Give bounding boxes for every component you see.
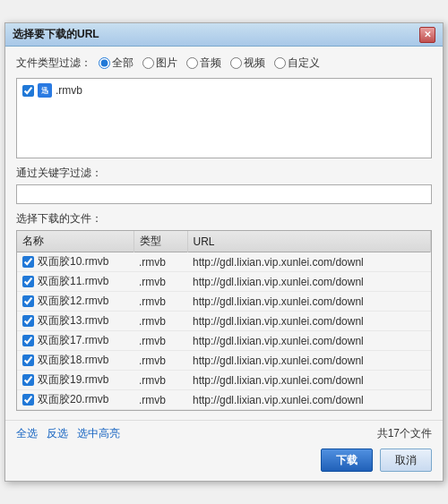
radio-group: 全部 图片 音频 视频 自定义 <box>99 56 320 71</box>
radio-custom-input[interactable] <box>274 57 286 69</box>
filter-label: 文件类型过滤： <box>16 56 91 71</box>
cell-type: .rmvb <box>134 292 187 312</box>
col-type: 类型 <box>134 231 187 252</box>
col-url: URL <box>187 231 431 252</box>
table-row: 双面胶17.rmvb.rmvbhttp://gdl.lixian.vip.xun… <box>17 331 431 351</box>
bottom-links: 全选 反选 选中高亮 <box>16 426 120 441</box>
radio-image-label: 图片 <box>156 56 177 71</box>
files-section: 选择下载的文件： 名称 类型 URL 双面胶10.rmvb.rmvbhttp:/… <box>16 211 432 411</box>
title-bar: 选择要下载的URL ✕ <box>5 23 443 47</box>
close-button[interactable]: ✕ <box>419 27 435 43</box>
row-checkbox[interactable] <box>22 276 34 287</box>
invert-link[interactable]: 反选 <box>47 426 68 441</box>
row-name: 双面胶10.rmvb <box>38 254 108 269</box>
row-checkbox[interactable] <box>22 295 34 307</box>
col-name: 名称 <box>17 231 134 252</box>
radio-video-label: 视频 <box>244 56 265 71</box>
radio-image-input[interactable] <box>142 57 154 69</box>
table-row: 双面胶10.rmvb.rmvbhttp://gdl.lixian.vip.xun… <box>17 252 431 272</box>
cell-type: .rmvb <box>134 331 187 351</box>
row-checkbox[interactable] <box>22 256 34 268</box>
table-row: 双面胶18.rmvb.rmvbhttp://gdl.lixian.vip.xun… <box>17 351 431 371</box>
cell-type: .rmvb <box>134 390 187 410</box>
url-item-checkbox[interactable] <box>22 85 34 97</box>
row-checkbox[interactable] <box>22 394 34 406</box>
radio-video[interactable]: 视频 <box>230 56 265 71</box>
cell-name: 双面胶11.rmvb <box>17 272 134 292</box>
radio-all-label: 全部 <box>112 56 134 71</box>
table-row: 双面胶11.rmvb.rmvbhttp://gdl.lixian.vip.xun… <box>17 272 431 292</box>
cell-name: 双面胶12.rmvb <box>17 292 134 312</box>
radio-custom[interactable]: 自定义 <box>274 56 320 71</box>
row-name: 双面胶11.rmvb <box>38 274 108 289</box>
cell-url: http://gdl.lixian.vip.xunlei.com/downl <box>187 272 431 292</box>
cell-name: 双面胶17.rmvb <box>17 331 134 351</box>
cancel-button[interactable]: 取消 <box>380 448 432 472</box>
row-checkbox[interactable] <box>22 315 34 327</box>
row-name: 双面胶17.rmvb <box>38 333 108 348</box>
radio-image[interactable]: 图片 <box>142 56 177 71</box>
dialog: 选择要下载的URL ✕ 文件类型过滤： 全部 图片 音频 <box>4 22 444 482</box>
cell-url: http://gdl.lixian.vip.xunlei.com/downl <box>187 331 431 351</box>
download-button[interactable]: 下载 <box>321 448 373 472</box>
cell-type: .rmvb <box>134 351 187 371</box>
cell-name: 双面胶20.rmvb <box>17 390 134 410</box>
url-item-icon: 迅 <box>38 83 52 98</box>
row-name: 双面胶12.rmvb <box>38 294 108 309</box>
files-section-label: 选择下载的文件： <box>16 211 432 226</box>
cell-type: .rmvb <box>134 312 187 331</box>
row-name: 双面胶13.rmvb <box>38 313 108 329</box>
files-table: 名称 类型 URL 双面胶10.rmvb.rmvbhttp://gdl.lixi… <box>17 231 431 410</box>
row-checkbox[interactable] <box>22 355 34 366</box>
bottom-row: 全选 反选 选中高亮 共17个文件 <box>5 420 443 445</box>
row-checkbox[interactable] <box>22 374 34 386</box>
files-table-scroll: 名称 类型 URL 双面胶10.rmvb.rmvbhttp://gdl.lixi… <box>16 230 432 411</box>
cell-url: http://gdl.lixian.vip.xunlei.com/downl <box>187 312 431 331</box>
highlight-link[interactable]: 选中高亮 <box>77 426 120 441</box>
url-item-text: .rmvb <box>56 84 82 97</box>
file-count: 共17个文件 <box>377 426 432 441</box>
cell-url: http://gdl.lixian.vip.xunlei.com/downl <box>187 351 431 371</box>
row-name: 双面胶18.rmvb <box>38 353 108 368</box>
cell-type: .rmvb <box>134 252 187 272</box>
dialog-content: 文件类型过滤： 全部 图片 音频 视频 <box>5 47 443 420</box>
cell-type: .rmvb <box>134 272 187 292</box>
radio-all[interactable]: 全部 <box>99 56 134 71</box>
keyword-input[interactable] <box>16 184 432 204</box>
radio-audio[interactable]: 音频 <box>186 56 221 71</box>
radio-audio-label: 音频 <box>200 56 221 71</box>
table-row: 双面胶12.rmvb.rmvbhttp://gdl.lixian.vip.xun… <box>17 292 431 312</box>
radio-custom-label: 自定义 <box>288 56 320 71</box>
table-row: 双面胶19.rmvb.rmvbhttp://gdl.lixian.vip.xun… <box>17 371 431 390</box>
cell-url: http://gdl.lixian.vip.xunlei.com/downl <box>187 292 431 312</box>
table-header-row: 名称 类型 URL <box>17 231 431 252</box>
url-list-item: 迅 .rmvb <box>21 82 427 98</box>
radio-audio-input[interactable] <box>186 57 198 69</box>
cell-url: http://gdl.lixian.vip.xunlei.com/downl <box>187 390 431 410</box>
row-checkbox[interactable] <box>22 335 34 346</box>
cell-type: .rmvb <box>134 371 187 390</box>
keyword-label: 通过关键字过滤： <box>16 166 432 181</box>
table-row: 双面胶20.rmvb.rmvbhttp://gdl.lixian.vip.xun… <box>17 390 431 410</box>
radio-video-input[interactable] <box>230 57 242 69</box>
action-row: 下载 取消 <box>5 445 443 481</box>
row-name: 双面胶20.rmvb <box>38 392 108 407</box>
cell-name: 双面胶13.rmvb <box>17 312 134 331</box>
radio-all-input[interactable] <box>99 57 110 69</box>
filter-row: 文件类型过滤： 全部 图片 音频 视频 <box>16 56 432 71</box>
url-list-area: 迅 .rmvb <box>16 78 432 158</box>
keyword-section: 通过关键字过滤： <box>16 166 432 204</box>
cell-name: 双面胶18.rmvb <box>17 351 134 371</box>
select-all-link[interactable]: 全选 <box>16 426 38 441</box>
cell-name: 双面胶19.rmvb <box>17 371 134 390</box>
cell-url: http://gdl.lixian.vip.xunlei.com/downl <box>187 371 431 390</box>
files-table-inner[interactable]: 名称 类型 URL 双面胶10.rmvb.rmvbhttp://gdl.lixi… <box>17 231 431 410</box>
dialog-title: 选择要下载的URL <box>13 27 99 42</box>
cell-url: http://gdl.lixian.vip.xunlei.com/downl <box>187 252 431 272</box>
row-name: 双面胶19.rmvb <box>38 372 108 388</box>
table-row: 双面胶13.rmvb.rmvbhttp://gdl.lixian.vip.xun… <box>17 312 431 331</box>
cell-name: 双面胶10.rmvb <box>17 252 134 272</box>
